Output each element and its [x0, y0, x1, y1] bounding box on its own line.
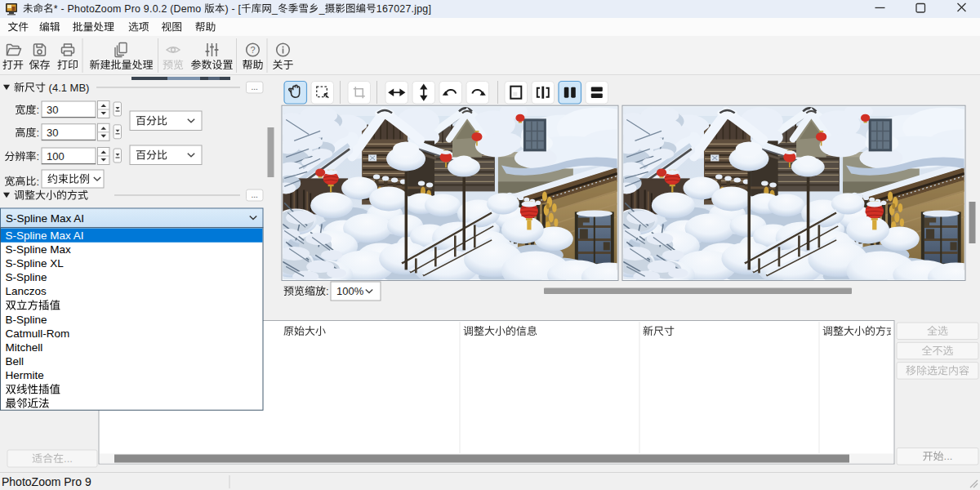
- svg-text:_: _: [318, 3, 326, 15]
- svg-text:100: 100: [47, 150, 65, 163]
- svg-text:Mitchell: Mitchell: [6, 341, 43, 354]
- svg-text:S-Spline: S-Spline: [6, 271, 47, 283]
- svg-text:_: _: [271, 3, 278, 15]
- svg-text:Bell: Bell: [6, 355, 24, 368]
- svg-text:30: 30: [47, 127, 58, 139]
- svg-text:S-Spline Max: S-Spline Max: [6, 243, 72, 256]
- svg-text:?: ?: [250, 45, 255, 55]
- svg-text:167027.jpg]: 167027.jpg]: [376, 3, 431, 15]
- svg-text::: :: [36, 150, 39, 163]
- svg-text:...: ...: [252, 190, 258, 199]
- svg-text:...: ...: [252, 82, 258, 91]
- svg-text:100%: 100%: [336, 285, 364, 297]
- svg-text:Lanczos: Lanczos: [6, 285, 47, 297]
- svg-text:S-Spline Max AI: S-Spline Max AI: [6, 212, 84, 225]
- svg-text:PhotoZoom Pro 9: PhotoZoom Pro 9: [2, 475, 91, 488]
- svg-text::: :: [36, 176, 39, 188]
- svg-text::: :: [36, 127, 39, 139]
- svg-text:) - [: ) - [: [225, 3, 242, 15]
- svg-text:S-Spline Max AI: S-Spline Max AI: [6, 229, 84, 242]
- svg-text:S-Spline XL: S-Spline XL: [6, 257, 65, 270]
- svg-text:...: ...: [64, 452, 73, 465]
- svg-text::: :: [326, 285, 329, 297]
- svg-text:30: 30: [47, 104, 58, 116]
- svg-text:(4.1 MB): (4.1 MB): [46, 82, 89, 94]
- svg-text:...: ...: [944, 450, 953, 462]
- svg-text:Hermite: Hermite: [6, 369, 44, 381]
- svg-text:* - PhotoZoom Pro 9.0.2 (Demo: * - PhotoZoom Pro 9.0.2 (Demo: [54, 3, 204, 15]
- svg-text:Catmull-Rom: Catmull-Rom: [6, 327, 70, 340]
- svg-text:B-Spline: B-Spline: [6, 314, 47, 326]
- svg-text::: :: [36, 104, 39, 116]
